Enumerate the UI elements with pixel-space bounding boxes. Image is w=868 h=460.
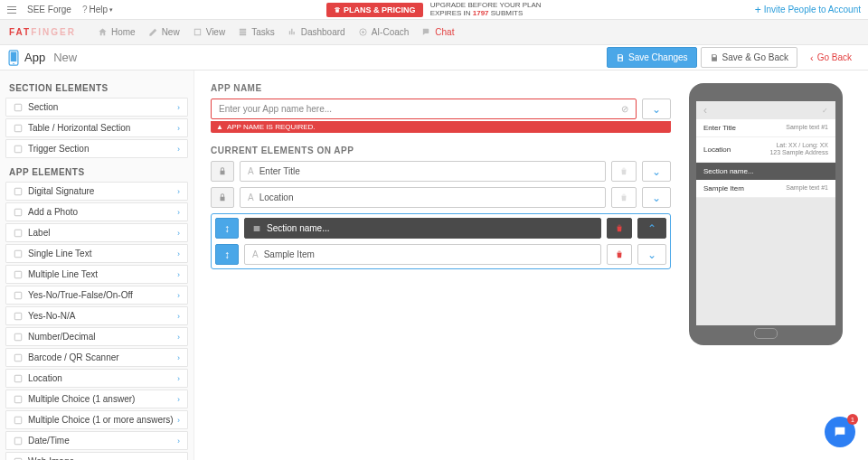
menu-icon[interactable]	[7, 6, 16, 14]
palette-item[interactable]: Label›	[5, 223, 188, 242]
element-enter-title[interactable]: AEnter Title	[240, 161, 606, 182]
palette-item[interactable]: Digital Signature›	[5, 182, 188, 201]
palette-item[interactable]: Number/Decimal›	[5, 327, 188, 346]
svg-rect-19	[14, 417, 22, 424]
app-name-heading: APP NAME	[211, 83, 671, 93]
page-title: AppNew	[7, 50, 77, 66]
nav-new[interactable]: New	[148, 27, 180, 37]
svg-rect-9	[14, 209, 22, 216]
svg-rect-7	[14, 146, 22, 153]
svg-rect-11	[14, 250, 22, 258]
svg-rect-27	[254, 228, 260, 229]
upgrade-notice: UPGRADE BEFORE YOUR PLAN EXPIRES IN 1797…	[430, 2, 542, 18]
brand-logo: FATFINGER	[9, 27, 76, 37]
drag-handle[interactable]: ↕	[215, 244, 239, 265]
palette-item[interactable]: Single Line Text›	[5, 244, 188, 263]
svg-rect-10	[14, 230, 22, 237]
save-go-back-button[interactable]: Save & Go Back	[701, 47, 797, 68]
svg-rect-18	[14, 396, 22, 403]
chat-fab[interactable]: 1	[825, 417, 855, 447]
svg-point-1	[362, 31, 364, 33]
current-elements-heading: CURRENT ELEMENTS ON APP	[211, 146, 671, 155]
palette-item[interactable]: Web Image›	[5, 452, 188, 460]
svg-rect-8	[14, 188, 22, 195]
preview-row: Location Lat: XX / Long: XX123 Sample Ad…	[696, 137, 835, 163]
lock-icon	[211, 161, 234, 182]
plans-pricing-button[interactable]: PLANS & PRICING	[326, 3, 423, 17]
delete-button	[611, 161, 637, 182]
app-name-error: ▲APP NAME IS REQUIRED.	[211, 121, 671, 133]
svg-rect-26	[254, 226, 260, 227]
phone-preview: ‹ ✓ Enter Title Sample text #1 Location …	[689, 83, 843, 345]
go-back-button[interactable]: ‹Go Back	[801, 47, 861, 69]
phone-icon	[7, 50, 20, 66]
preview-row: Sample Item Sample text #1	[696, 180, 835, 198]
palette-item[interactable]: Multiple Choice (1 or more answers)›	[5, 410, 188, 429]
nav-home[interactable]: Home	[98, 27, 136, 37]
delete-button[interactable]	[607, 218, 632, 239]
nav-dashboard[interactable]: Dashboard	[288, 27, 345, 37]
palette-item[interactable]: Section›	[5, 98, 188, 117]
svg-rect-12	[14, 271, 22, 278]
svg-rect-6	[14, 125, 22, 132]
preview-check-icon: ✓	[822, 107, 828, 115]
product-name: SEE Forge	[27, 5, 71, 14]
palette-item[interactable]: Trigger Section›	[5, 139, 188, 158]
palette-item[interactable]: Multiple Choice (1 answer)›	[5, 390, 188, 408]
palette-item[interactable]: Barcode / QR Scanner›	[5, 348, 188, 367]
app-name-expand[interactable]: ⌄	[642, 99, 671, 119]
nav-aicoach[interactable]: AI-Coach	[358, 27, 410, 37]
lock-icon	[211, 187, 234, 208]
element-sample-item[interactable]: ASample Item	[244, 244, 601, 265]
expand-button[interactable]: ⌄	[642, 187, 671, 208]
element-location[interactable]: ALocation	[240, 187, 606, 208]
palette-item[interactable]: Add a Photo›	[5, 202, 188, 221]
save-changes-button[interactable]: Save Changes	[607, 47, 697, 68]
palette-item[interactable]: Location›	[5, 369, 188, 388]
delete-button[interactable]	[607, 244, 632, 265]
palette-item[interactable]: Date/Time›	[5, 431, 188, 450]
palette-item[interactable]: Table / Horizontal Section›	[5, 118, 188, 137]
clear-icon[interactable]: ⊘	[621, 104, 628, 114]
nav-chat[interactable]: Chat	[421, 27, 454, 37]
palette-item[interactable]: Yes-No/True-False/On-Off›	[5, 286, 188, 305]
svg-point-4	[13, 62, 14, 64]
delete-button	[611, 187, 637, 208]
element-section[interactable]: Section name...	[244, 218, 601, 239]
expand-button[interactable]: ⌄	[642, 161, 671, 182]
preview-row: Enter Title Sample text #1	[696, 119, 835, 137]
palette-item[interactable]: Yes-No-N/A›	[5, 306, 188, 325]
svg-rect-17	[14, 375, 22, 382]
svg-rect-5	[14, 104, 22, 111]
help-menu[interactable]: ?Help▾	[82, 5, 113, 14]
nav-tasks[interactable]: Tasks	[238, 27, 275, 37]
svg-rect-14	[14, 313, 22, 320]
svg-rect-3	[11, 52, 17, 61]
chat-badge: 1	[847, 414, 858, 425]
invite-people-link[interactable]: +Invite People to Account	[755, 4, 861, 16]
app-name-input[interactable]: Enter your App name here... ⊘	[211, 99, 637, 119]
app-elements-heading: APP ELEMENTS	[0, 160, 193, 182]
preview-section: Section name...	[696, 163, 835, 180]
drag-handle[interactable]: ↕	[215, 218, 239, 239]
section-elements-heading: SECTION ELEMENTS	[0, 76, 193, 98]
svg-rect-16	[14, 354, 22, 361]
palette-item[interactable]: Multiple Line Text›	[5, 265, 188, 284]
preview-back-icon: ‹	[703, 104, 707, 117]
collapse-button[interactable]: ⌃	[637, 218, 666, 239]
svg-rect-13	[14, 292, 22, 299]
expand-button[interactable]: ⌄	[637, 244, 666, 265]
svg-rect-15	[14, 333, 22, 341]
svg-rect-20	[14, 437, 22, 445]
svg-rect-28	[254, 230, 260, 230]
nav-view[interactable]: View	[193, 27, 226, 37]
